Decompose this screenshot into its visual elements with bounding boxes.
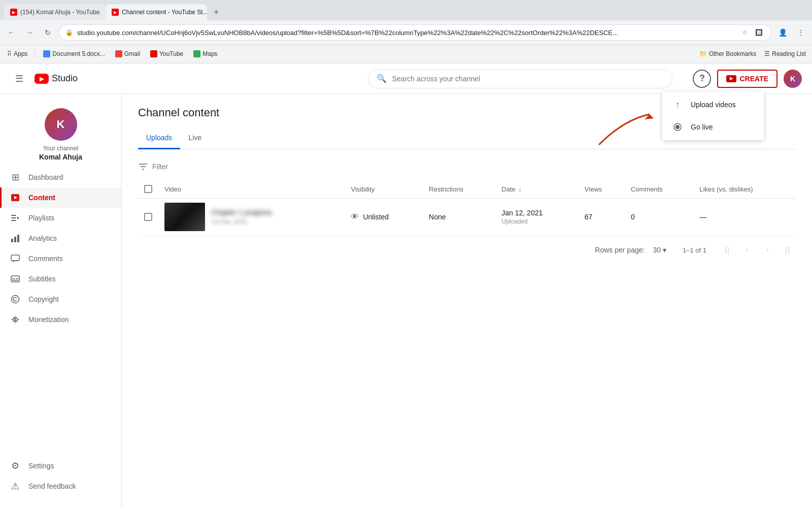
- search-bar[interactable]: 🔍: [368, 69, 672, 88]
- tab-uploads[interactable]: Uploads: [138, 128, 180, 149]
- browser-tab-2[interactable]: Channel content - YouTube St... ×: [106, 4, 207, 20]
- search-icon: 🔍: [377, 74, 387, 83]
- search-input[interactable]: [392, 75, 664, 83]
- extensions-icon[interactable]: 🔲: [753, 26, 765, 39]
- sidebar-item-dashboard[interactable]: ⊞ Dashboard: [0, 167, 121, 187]
- restrictions-value: None: [429, 213, 446, 221]
- analytics-icon: [10, 233, 20, 243]
- live-icon: [672, 122, 683, 132]
- visibility-text: Unlisted: [363, 213, 389, 221]
- bookmark-youtube[interactable]: YouTube: [146, 49, 187, 58]
- sidebar-item-playlists[interactable]: Playlists: [0, 208, 121, 228]
- address-bar[interactable]: 🔒 studio.youtube.com/channel/UCoHnj6oVjv…: [59, 24, 771, 41]
- maps-favicon: [193, 50, 200, 57]
- more-menu-button[interactable]: ⋮: [794, 25, 808, 40]
- select-all-checkbox[interactable]: [144, 185, 152, 193]
- help-icon: ?: [699, 73, 705, 84]
- table-row: Chapter 1 progress 1st Dec 2020 👁 Unlist…: [138, 199, 796, 236]
- maps-label: Maps: [202, 50, 217, 57]
- logo-area[interactable]: Studio: [35, 73, 78, 84]
- sidebar-item-copyright[interactable]: Copyright: [0, 289, 121, 309]
- bookmark-doc[interactable]: Document 5.docx...: [39, 49, 109, 58]
- upload-videos-item[interactable]: ↑ Upload videos: [662, 93, 764, 116]
- app-container: ☰ Studio 🔍 ? CREATE K ↑ Upload videos: [0, 64, 812, 508]
- reading-list-button[interactable]: ☰ Reading List: [762, 49, 808, 58]
- reading-list-label: Reading List: [772, 50, 806, 57]
- dashboard-label: Dashboard: [28, 173, 63, 181]
- bookmarks-toolbar: ⠿ Apps Document 5.docx... Gmail YouTube …: [0, 45, 812, 63]
- bookmark-star-button[interactable]: ☆: [738, 26, 751, 39]
- content-label: Content: [28, 194, 55, 202]
- comments-icon: [10, 253, 20, 264]
- bookmark-maps[interactable]: Maps: [189, 49, 221, 58]
- tab-favicon-2: [112, 9, 119, 16]
- prev-page-button[interactable]: ‹: [739, 242, 755, 258]
- subtitles-label: Subtitles: [28, 275, 56, 283]
- last-page-button[interactable]: |⟩: [780, 242, 796, 258]
- help-button[interactable]: ?: [693, 70, 711, 88]
- sidebar-item-content[interactable]: Content: [0, 187, 121, 208]
- sidebar-item-subtitles[interactable]: Subtitles: [0, 269, 121, 289]
- profile-button[interactable]: 👤: [775, 25, 790, 40]
- tab-favicon-1: [10, 9, 17, 16]
- likes-value: —: [699, 213, 706, 221]
- filter-input[interactable]: [152, 163, 241, 171]
- rows-per-page: Rows per page: 30 ▾: [595, 244, 670, 256]
- video-title: Chapter 1 progress: [211, 208, 272, 216]
- feedback-icon: ⚠: [10, 481, 20, 491]
- svg-rect-5: [11, 215, 16, 216]
- content-area: Channel content Uploads Live: [122, 94, 812, 508]
- copyright-label: Copyright: [28, 295, 59, 303]
- views-value: 67: [585, 213, 593, 221]
- analytics-label: Analytics: [28, 234, 57, 242]
- rows-per-page-select[interactable]: 30 ▾: [649, 244, 670, 256]
- svg-rect-7: [11, 220, 16, 221]
- folder-icon: 📁: [699, 50, 707, 57]
- gmail-label: Gmail: [124, 50, 140, 57]
- rows-per-page-label: Rows per page:: [595, 246, 645, 254]
- other-bookmarks-button[interactable]: 📁 Other Bookmarks: [697, 49, 758, 58]
- upload-label: Upload videos: [691, 101, 736, 109]
- go-live-item[interactable]: Go live: [662, 116, 764, 138]
- svg-point-17: [12, 296, 19, 303]
- video-column-header: Video: [158, 180, 345, 199]
- apps-button[interactable]: ⠿ Apps: [4, 49, 30, 58]
- hamburger-button[interactable]: ☰: [10, 70, 28, 88]
- video-thumbnail[interactable]: [164, 203, 205, 231]
- bookmark-gmail[interactable]: Gmail: [111, 49, 144, 58]
- reload-button[interactable]: ↻: [41, 25, 55, 40]
- date-column-header[interactable]: Date ↓: [495, 180, 579, 199]
- other-bookmarks-label: Other Bookmarks: [709, 50, 756, 57]
- filter-icon: [138, 162, 148, 172]
- restrictions-cell: None: [423, 199, 495, 236]
- content-icon: [10, 193, 20, 203]
- first-page-button[interactable]: ⟨|: [719, 242, 735, 258]
- doc-favicon: [43, 50, 50, 57]
- svg-rect-15: [16, 278, 18, 279]
- browser-chrome: (154) Komal Ahuja - YouTube × Channel co…: [0, 0, 812, 64]
- forward-button[interactable]: →: [22, 25, 37, 40]
- row-checkbox[interactable]: [144, 213, 152, 221]
- sidebar-item-feedback[interactable]: ⚠ Send feedback: [0, 476, 121, 496]
- reading-icon: ☰: [764, 50, 770, 57]
- svg-marker-8: [17, 216, 19, 219]
- browser-tab-1[interactable]: (154) Komal Ahuja - YouTube ×: [4, 4, 106, 20]
- back-button[interactable]: ←: [4, 25, 18, 40]
- address-bar-row: ← → ↻ 🔒 studio.youtube.com/channel/UCoHn…: [0, 20, 812, 45]
- sidebar-item-comments[interactable]: Comments: [0, 248, 121, 269]
- create-button[interactable]: CREATE: [717, 70, 777, 88]
- sidebar-item-monetization[interactable]: Monetization: [0, 309, 121, 330]
- playlists-icon: [10, 213, 20, 223]
- tab-live[interactable]: Live: [180, 128, 210, 149]
- header-actions: ? CREATE K: [693, 70, 802, 88]
- sidebar-item-analytics[interactable]: Analytics: [0, 228, 121, 248]
- likes-cell: —: [693, 199, 796, 236]
- user-avatar[interactable]: K: [784, 70, 802, 88]
- next-page-button[interactable]: ›: [759, 242, 775, 258]
- video-cell: Chapter 1 progress 1st Dec 2020: [158, 199, 345, 236]
- new-tab-button[interactable]: +: [209, 5, 223, 19]
- sidebar-item-settings[interactable]: ⚙ Settings: [0, 456, 121, 476]
- channel-name: Komal Ahuja: [8, 153, 113, 161]
- subtitles-icon: [10, 274, 20, 284]
- row-checkbox-cell: [138, 199, 158, 236]
